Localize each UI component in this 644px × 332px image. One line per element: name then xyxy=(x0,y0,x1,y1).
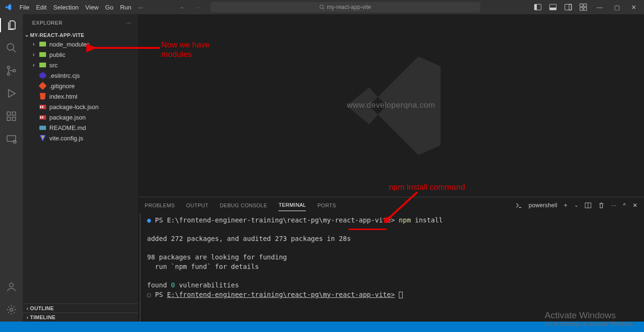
activity-extensions-icon[interactable] xyxy=(0,109,23,123)
svg-rect-8 xyxy=(580,4,583,7)
chevron-right-icon: › xyxy=(30,62,37,68)
layout-sidebar-right-icon[interactable] xyxy=(564,3,572,11)
activate-windows-watermark: Activate Windows Go to Settings to activ… xyxy=(545,310,635,327)
svg-point-0 xyxy=(320,5,324,9)
menu-more-icon[interactable]: ··· xyxy=(135,4,147,11)
markdown-icon xyxy=(39,124,47,131)
layout-sidebar-left-icon[interactable] xyxy=(534,3,542,11)
activity-explorer-icon[interactable] xyxy=(0,18,23,32)
tree-file-index-html[interactable]: index.html xyxy=(23,91,138,101)
search-placeholder: my-react-app-vite xyxy=(327,4,371,10)
layout-customize-icon[interactable] xyxy=(580,3,587,11)
svg-point-15 xyxy=(8,73,10,75)
svg-rect-7 xyxy=(569,4,571,10)
chevron-down-icon: ⌄ xyxy=(25,32,29,38)
menu-file[interactable]: File xyxy=(16,4,33,11)
chevron-down-icon[interactable]: ⌄ xyxy=(574,203,578,208)
panel-maximize-icon[interactable]: ^ xyxy=(623,202,626,209)
activity-remote-icon[interactable] xyxy=(0,132,23,146)
svg-rect-34 xyxy=(40,116,41,119)
chevron-right-icon: › xyxy=(27,305,30,311)
activity-run-debug-icon[interactable] xyxy=(0,86,23,101)
explorer-more-icon[interactable]: ··· xyxy=(126,20,131,26)
svg-rect-35 xyxy=(42,116,43,119)
titlebar: File Edit Selection View Go Run ··· ← → … xyxy=(0,0,644,14)
terminal-shell-label[interactable]: powershell xyxy=(529,202,557,209)
svg-point-12 xyxy=(7,44,14,50)
panel-tab-problems[interactable]: PROBLEMS xyxy=(145,200,175,211)
terminal-cursor xyxy=(399,292,403,298)
svg-point-24 xyxy=(10,308,13,311)
svg-rect-36 xyxy=(39,126,46,130)
panel-tab-ports[interactable]: PORTS xyxy=(317,200,336,211)
window-close-icon[interactable]: ✕ xyxy=(631,4,636,11)
panel-close-icon[interactable]: ✕ xyxy=(633,202,637,209)
terminal-split-icon[interactable] xyxy=(585,202,591,209)
vscode-logo-icon xyxy=(0,3,16,11)
svg-rect-19 xyxy=(12,117,16,120)
menu-run[interactable]: Run xyxy=(117,4,135,11)
outline-section[interactable]: › OUTLINE xyxy=(23,304,138,313)
project-root[interactable]: ⌄ MY-REACT-APP-VITE xyxy=(23,31,138,39)
timeline-section[interactable]: › TIMELINE xyxy=(23,313,138,322)
tree-file-vite-config[interactable]: vite.config.js xyxy=(23,133,138,143)
tree-folder-src[interactable]: › src xyxy=(23,60,138,70)
terminal-new-icon[interactable]: + xyxy=(564,202,567,209)
activity-bar xyxy=(0,14,23,322)
svg-marker-28 xyxy=(39,72,46,79)
activity-account-icon[interactable] xyxy=(0,280,23,294)
folder-icon xyxy=(39,51,47,58)
svg-point-23 xyxy=(9,283,13,287)
vite-icon xyxy=(39,134,47,142)
svg-rect-31 xyxy=(40,106,41,108)
watermark-url: www.developerqna.com xyxy=(138,101,644,110)
terminal-content[interactable]: ● PS E:\frontend-engineer-training\react… xyxy=(140,213,644,322)
explorer-sidebar: EXPLORER ··· ⌄ MY-REACT-APP-VITE › node_… xyxy=(23,14,138,322)
file-tree: › node_modules › public › src .eslintrc.… xyxy=(23,39,138,143)
terminal-shell-icon[interactable] xyxy=(515,202,522,209)
tree-file-gitignore[interactable]: .gitignore xyxy=(23,81,138,91)
folder-node-icon xyxy=(39,40,47,48)
activity-source-control-icon[interactable] xyxy=(0,64,23,78)
chevron-right-icon: › xyxy=(30,51,37,58)
panel-tab-debug-console[interactable]: DEBUG CONSOLE xyxy=(220,200,267,211)
tree-file-package-lock[interactable]: package-lock.json xyxy=(23,101,138,112)
nav-forward-icon[interactable]: → xyxy=(194,4,201,11)
command-center-search[interactable]: my-react-app-vite xyxy=(210,2,480,12)
window-maximize-icon[interactable]: ▢ xyxy=(614,4,620,11)
svg-rect-26 xyxy=(39,52,46,57)
window-minimize-icon[interactable]: — xyxy=(597,4,603,11)
tree-folder-node-modules[interactable]: › node_modules xyxy=(23,39,138,49)
svg-rect-17 xyxy=(7,112,10,115)
svg-rect-10 xyxy=(580,8,583,10)
menu-go[interactable]: Go xyxy=(102,4,117,11)
tree-file-package-json[interactable]: package.json xyxy=(23,112,138,122)
activity-search-icon[interactable] xyxy=(0,41,23,55)
svg-line-13 xyxy=(13,49,16,52)
svg-rect-18 xyxy=(7,117,10,120)
terminal-kill-icon[interactable] xyxy=(598,202,605,209)
npm-icon xyxy=(39,103,47,110)
svg-rect-11 xyxy=(584,8,587,10)
activity-settings-icon[interactable] xyxy=(0,303,23,317)
git-icon xyxy=(39,82,47,90)
svg-rect-29 xyxy=(39,82,46,90)
bottom-panel: PROBLEMS OUTPUT DEBUG CONSOLE TERMINAL P… xyxy=(138,197,644,322)
svg-point-16 xyxy=(13,70,16,72)
tree-file-eslintrc[interactable]: .eslintrc.cjs xyxy=(23,70,138,81)
tree-folder-public[interactable]: › public xyxy=(23,49,138,60)
svg-rect-25 xyxy=(39,42,46,46)
menu-edit[interactable]: Edit xyxy=(33,4,50,11)
svg-rect-20 xyxy=(12,112,16,115)
folder-icon xyxy=(39,61,47,69)
panel-tab-output[interactable]: OUTPUT xyxy=(186,200,209,211)
svg-line-1 xyxy=(323,8,324,9)
tree-file-readme[interactable]: README.md xyxy=(23,122,138,133)
panel-tab-terminal[interactable]: TERMINAL xyxy=(278,199,306,211)
layout-panel-bottom-icon[interactable] xyxy=(549,3,557,11)
menu-view[interactable]: View xyxy=(82,4,102,11)
panel-more-icon[interactable]: ··· xyxy=(611,202,616,209)
nav-back-icon[interactable]: ← xyxy=(180,4,186,11)
menu-selection[interactable]: Selection xyxy=(50,4,82,11)
chevron-right-icon: › xyxy=(30,41,37,47)
